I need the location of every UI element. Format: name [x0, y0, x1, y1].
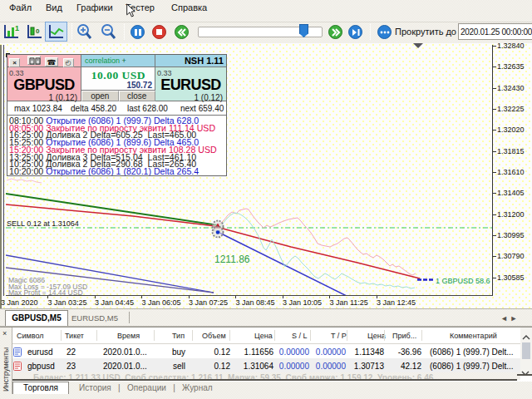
- svg-text:1: 1: [15, 24, 19, 32]
- svg-text:SELL 0.12 at 1.31064: SELL 0.12 at 1.31064: [7, 219, 79, 228]
- svg-text:0: 0: [36, 27, 40, 35]
- svg-text:1211.86: 1211.86: [214, 254, 250, 265]
- svg-text:1 GBPUSD 58.6: 1 GBPUSD 58.6: [436, 277, 490, 285]
